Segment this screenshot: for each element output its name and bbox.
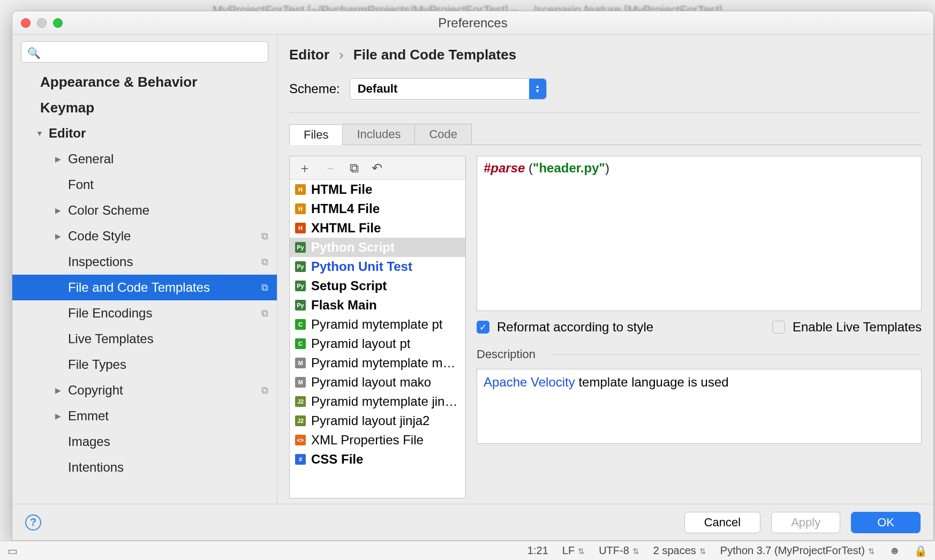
status-bar: ▭ 1:21 LF UTF-8 2 spaces Python 3.7 (MyP… <box>0 541 935 560</box>
sidebar-item-live-templates[interactable]: Live Templates <box>12 326 277 352</box>
template-item[interactable]: CPyramid mytemplate pt <box>290 315 465 334</box>
dropdown-caret-icon <box>529 79 546 99</box>
template-item[interactable]: PySetup Script <box>290 276 465 296</box>
sidebar-item-images[interactable]: Images <box>12 429 277 455</box>
reformat-checkbox[interactable]: ✓ <box>477 321 489 334</box>
file-type-icon: H <box>295 203 306 214</box>
template-name: XML Properties File <box>311 433 424 448</box>
file-type-icon: Py <box>295 281 306 291</box>
indent[interactable]: 2 spaces <box>653 544 706 557</box>
project-view-icon[interactable]: ▭ <box>7 544 18 557</box>
scheme-value: Default <box>350 82 405 96</box>
add-icon[interactable]: ＋ <box>298 160 311 177</box>
template-name: Pyramid mytemplate mako <box>311 355 460 370</box>
code-string: "header.py" <box>533 161 605 175</box>
template-item[interactable]: #CSS File <box>290 450 465 469</box>
copy-icon[interactable]: ⧉ <box>350 161 359 176</box>
template-item[interactable]: <>XML Properties File <box>290 430 465 450</box>
dialog-footer: ? Cancel Apply OK <box>12 504 933 540</box>
chevron-right-icon: ▶ <box>55 412 68 420</box>
template-item[interactable]: HXHTML File <box>290 218 465 238</box>
template-item[interactable]: PyPython Unit Test <box>290 257 465 276</box>
file-type-icon: H <box>295 223 306 233</box>
template-item[interactable]: MPyramid mytemplate mako <box>290 353 465 373</box>
template-editor[interactable]: #parse ("header.py") <box>477 156 922 311</box>
sidebar-item-font[interactable]: Font <box>12 172 277 198</box>
ok-button[interactable]: OK <box>851 512 921 533</box>
file-type-icon: M <box>295 358 306 368</box>
sidebar-item-file-types[interactable]: File Types <box>12 352 277 377</box>
template-item[interactable]: CPyramid layout pt <box>290 334 465 353</box>
breadcrumb-root[interactable]: Editor <box>289 47 329 63</box>
chevron-right-icon: ▶ <box>55 386 68 395</box>
file-type-icon: Py <box>295 300 306 311</box>
template-item[interactable]: HHTML File <box>290 180 465 199</box>
template-name: Python Unit Test <box>311 259 412 274</box>
template-name: Flask Main <box>311 298 377 313</box>
file-type-icon: C <box>295 319 306 330</box>
file-type-icon: <> <box>295 435 306 445</box>
chevron-right-icon: ▶ <box>55 232 68 240</box>
template-item[interactable]: J2Pyramid layout jinja2 <box>290 411 465 430</box>
sidebar-item-inspections[interactable]: Inspections⧉ <box>12 249 277 275</box>
file-type-icon: Py <box>295 261 306 272</box>
encoding[interactable]: UTF-8 <box>599 544 639 557</box>
settings-sidebar: 🔍 Appearance & Behavior Keymap ▼Editor ▶… <box>12 35 277 504</box>
template-name: Setup Script <box>311 278 387 293</box>
template-list-panel: ＋ － ⧉ ↶ HHTML FileHHTML4 FileHXHTML File… <box>289 156 466 498</box>
remove-icon: － <box>324 160 337 177</box>
sidebar-item-appearance[interactable]: Appearance & Behavior <box>12 69 277 95</box>
sidebar-item-intentions[interactable]: Intentions <box>12 455 277 480</box>
template-item[interactable]: PyPython Script <box>290 238 465 257</box>
template-item[interactable]: HHTML4 File <box>290 199 465 218</box>
sidebar-item-editor[interactable]: ▼Editor <box>12 120 277 146</box>
caret-position[interactable]: 1:21 <box>527 544 548 557</box>
chevron-right-icon: ▶ <box>55 206 68 215</box>
tab-code[interactable]: Code <box>414 124 472 145</box>
apply-button: Apply <box>771 512 840 533</box>
description-box: Apache Velocity template language is use… <box>477 369 922 444</box>
sidebar-item-color-scheme[interactable]: ▶Color Scheme <box>12 198 277 223</box>
titlebar: Preferences <box>12 11 933 35</box>
tab-files[interactable]: Files <box>289 124 343 145</box>
template-item[interactable]: PyFlask Main <box>290 296 465 315</box>
velocity-link[interactable]: Apache Velocity <box>484 375 575 389</box>
template-item[interactable]: J2Pyramid mytemplate jinja2 <box>290 392 465 411</box>
template-tabs: Files Includes Code <box>289 124 922 145</box>
sidebar-item-emmet[interactable]: ▶Emmet <box>12 403 277 429</box>
help-button[interactable]: ? <box>25 514 41 531</box>
description-label: Description <box>477 347 922 361</box>
live-templates-checkbox[interactable] <box>772 321 785 334</box>
template-name: HTML4 File <box>311 201 380 216</box>
preferences-dialog: Preferences 🔍 Appearance & Behavior Keym… <box>12 11 934 541</box>
python-interpreter[interactable]: Python 3.7 (MyProjectForTest) <box>720 544 875 557</box>
lock-icon[interactable]: 🔒 <box>914 544 928 557</box>
template-name: CSS File <box>311 452 363 467</box>
line-ending[interactable]: LF <box>562 544 585 557</box>
ide-status-icon[interactable]: ☻ <box>889 544 900 557</box>
template-name: Pyramid layout mako <box>311 375 431 390</box>
cancel-button[interactable]: Cancel <box>684 512 760 533</box>
sidebar-item-copyright[interactable]: ▶Copyright⧉ <box>12 377 277 403</box>
template-name: Pyramid mytemplate pt <box>311 317 442 332</box>
settings-tree[interactable]: Appearance & Behavior Keymap ▼Editor ▶Ge… <box>12 69 277 504</box>
sidebar-item-code-style[interactable]: ▶Code Style⧉ <box>12 223 277 249</box>
search-input[interactable] <box>21 41 268 63</box>
scheme-select[interactable]: Default <box>350 78 547 100</box>
revert-icon[interactable]: ↶ <box>372 161 382 176</box>
live-templates-label: Enable Live Templates <box>793 320 922 335</box>
tab-includes[interactable]: Includes <box>342 124 415 145</box>
template-item[interactable]: MPyramid layout mako <box>290 373 465 392</box>
template-name: Pyramid mytemplate jinja2 <box>311 394 460 409</box>
file-type-icon: M <box>295 377 306 388</box>
sidebar-item-file-code-templates[interactable]: File and Code Templates⧉ <box>12 275 277 300</box>
chevron-down-icon: ▼ <box>36 129 49 138</box>
sidebar-item-general[interactable]: ▶General <box>12 146 277 172</box>
scheme-icon: ⧉ <box>261 256 268 268</box>
template-list[interactable]: HHTML FileHHTML4 FileHXHTML FilePyPython… <box>290 180 465 498</box>
breadcrumb-leaf: File and Code Templates <box>353 47 516 63</box>
sidebar-item-keymap[interactable]: Keymap <box>12 95 277 120</box>
file-type-icon: J2 <box>295 415 306 426</box>
sidebar-item-file-encodings[interactable]: File Encodings⧉ <box>12 300 277 326</box>
scheme-icon: ⧉ <box>261 385 268 396</box>
